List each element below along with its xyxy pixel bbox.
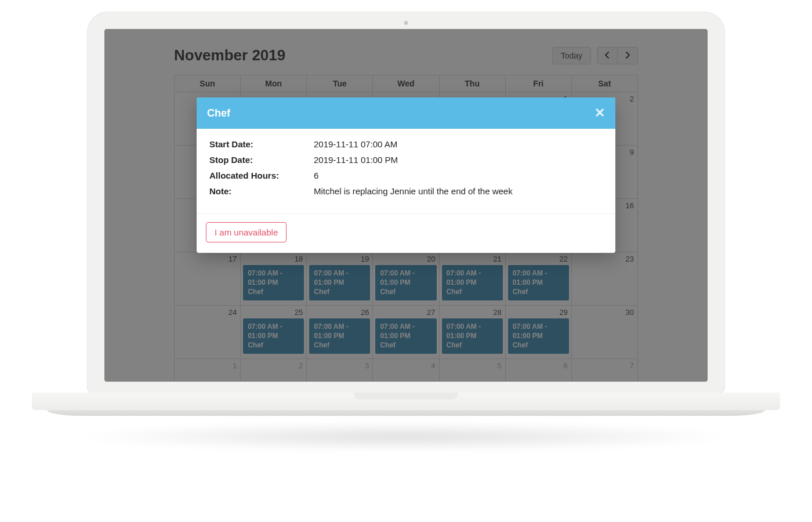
row-allocated-hours: Allocated Hours: 6 bbox=[209, 171, 603, 180]
camera-dot bbox=[404, 21, 408, 25]
start-date-label: Start Date: bbox=[209, 139, 314, 149]
note-value: Mitchel is replacing Jennie until the en… bbox=[314, 186, 603, 196]
close-icon[interactable]: ✕ bbox=[594, 107, 605, 119]
modal-header: Chef ✕ bbox=[197, 97, 615, 129]
row-note: Note: Mitchel is replacing Jennie until … bbox=[209, 186, 603, 196]
laptop-base bbox=[32, 393, 780, 419]
screen: November 2019 Today bbox=[104, 29, 708, 382]
modal-body: Start Date: 2019-11-11 07:00 AM Stop Dat… bbox=[197, 129, 615, 213]
unavailable-button[interactable]: I am unavailable bbox=[206, 222, 287, 242]
note-label: Note: bbox=[209, 186, 314, 196]
row-start-date: Start Date: 2019-11-11 07:00 AM bbox=[209, 139, 603, 149]
laptop-shadow bbox=[75, 422, 737, 451]
stop-date-value: 2019-11-11 01:00 PM bbox=[314, 155, 603, 165]
start-date-value: 2019-11-11 07:00 AM bbox=[314, 139, 603, 149]
row-stop-date: Stop Date: 2019-11-11 01:00 PM bbox=[209, 155, 603, 165]
stop-date-label: Stop Date: bbox=[209, 155, 314, 165]
laptop-mockup: November 2019 Today bbox=[87, 12, 725, 419]
allocated-hours-value: 6 bbox=[314, 171, 603, 180]
shift-detail-modal: Chef ✕ Start Date: 2019-11-11 07:00 AM S… bbox=[197, 97, 615, 253]
modal-title: Chef bbox=[207, 107, 230, 119]
laptop-screen-bezel: November 2019 Today bbox=[87, 12, 725, 393]
modal-footer: I am unavailable bbox=[197, 213, 615, 253]
allocated-hours-label: Allocated Hours: bbox=[209, 171, 314, 180]
